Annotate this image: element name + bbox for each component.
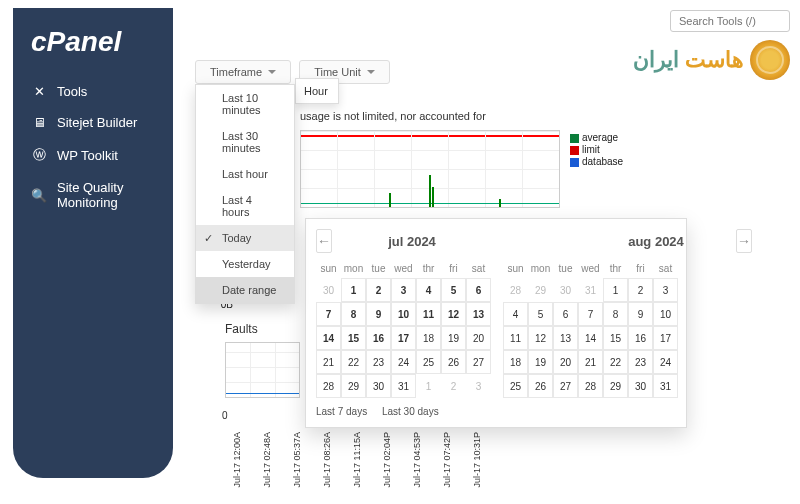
faults-chart — [225, 342, 300, 398]
calendar-day[interactable]: 13 — [466, 302, 491, 326]
nav-site-quality-monitoring[interactable]: 🔍Site Quality Monitoring — [13, 172, 173, 218]
calendar-day[interactable]: 19 — [441, 326, 466, 350]
legend-item: limit — [570, 144, 623, 156]
calendar-day[interactable]: 31 — [391, 374, 416, 398]
search-input[interactable] — [670, 10, 790, 32]
calendar-day[interactable]: 16 — [366, 326, 391, 350]
date-range-picker: ← jul 2024 aug 2024 → sunmontuewedthrfri… — [305, 218, 687, 428]
sidebar: cPanel ✕Tools🖥Sitejet BuilderⓦWP Toolkit… — [13, 8, 173, 478]
calendar-day[interactable]: 11 — [416, 302, 441, 326]
calendar-day[interactable]: 6 — [466, 278, 491, 302]
timeframe-item-last-30-minutes[interactable]: Last 30 minutes — [196, 123, 294, 161]
calendar-day[interactable]: 21 — [578, 350, 603, 374]
calendar-next-button[interactable]: → — [736, 229, 752, 253]
calendar-day[interactable]: 20 — [553, 350, 578, 374]
nav-label: Site Quality Monitoring — [57, 180, 155, 210]
nav-tools[interactable]: ✕Tools — [13, 76, 173, 107]
calendar-day[interactable]: 26 — [441, 350, 466, 374]
timeframe-item-today[interactable]: Today — [196, 225, 294, 251]
timeframe-item-date-range[interactable]: Date range — [196, 277, 294, 303]
calendar-day[interactable]: 25 — [503, 374, 528, 398]
timeunit-menu-item-hour[interactable]: Hour — [295, 78, 339, 104]
globe-icon — [750, 40, 790, 80]
calendar-prev-button[interactable]: ← — [316, 229, 332, 253]
calendar-day[interactable]: 29 — [603, 374, 628, 398]
calendar-day[interactable]: 28 — [578, 374, 603, 398]
calendar-day[interactable]: 12 — [441, 302, 466, 326]
calendar-day[interactable]: 17 — [653, 326, 678, 350]
calendar-day[interactable]: 31 — [653, 374, 678, 398]
calendar-day[interactable]: 9 — [628, 302, 653, 326]
calendar-day[interactable]: 24 — [653, 350, 678, 374]
legend-item: average — [570, 132, 623, 144]
nav-label: WP Toolkit — [57, 148, 118, 163]
calendar-day[interactable]: 20 — [466, 326, 491, 350]
calendar-day[interactable]: 23 — [366, 350, 391, 374]
legend-item: database — [570, 156, 623, 168]
calendar-day[interactable]: 14 — [316, 326, 341, 350]
calendar-day[interactable]: 15 — [341, 326, 366, 350]
brand-text-2: ایران — [633, 47, 679, 72]
calendar-day[interactable]: 15 — [603, 326, 628, 350]
calendar-day[interactable]: 1 — [341, 278, 366, 302]
calendar-day[interactable]: 28 — [316, 374, 341, 398]
calendar-day[interactable]: 10 — [391, 302, 416, 326]
brand-logo: هاست ایران — [633, 40, 790, 80]
calendar-day[interactable]: 23 — [628, 350, 653, 374]
timeframe-item-yesterday[interactable]: Yesterday — [196, 251, 294, 277]
calendar-day[interactable]: 14 — [578, 326, 603, 350]
calendar-day[interactable]: 17 — [391, 326, 416, 350]
calendar-day[interactable]: 3 — [391, 278, 416, 302]
brand-text-1: هاست — [685, 47, 744, 72]
timeframe-item-last-4-hours[interactable]: Last 4 hours — [196, 187, 294, 225]
calendar-day[interactable]: 2 — [628, 278, 653, 302]
quick-last7[interactable]: Last 7 days — [316, 406, 367, 417]
timeframe-item-last-10-minutes[interactable]: Last 10 minutes — [196, 85, 294, 123]
calendar-day[interactable]: 12 — [528, 326, 553, 350]
calendar-day[interactable]: 2 — [366, 278, 391, 302]
nav-icon: ⓦ — [31, 146, 47, 164]
calendar-day[interactable]: 25 — [416, 350, 441, 374]
calendar-day[interactable]: 18 — [503, 350, 528, 374]
faults-zero: 0 — [222, 410, 228, 421]
calendar-month2-title: aug 2024 — [576, 234, 736, 249]
nav-wp-toolkit[interactable]: ⓦWP Toolkit — [13, 138, 173, 172]
calendar-day[interactable]: 3 — [653, 278, 678, 302]
calendar-day[interactable]: 26 — [528, 374, 553, 398]
calendar-day[interactable]: 18 — [416, 326, 441, 350]
timeframe-item-last-hour[interactable]: Last hour — [196, 161, 294, 187]
calendar-day[interactable]: 16 — [628, 326, 653, 350]
calendar-day[interactable]: 30 — [366, 374, 391, 398]
nav-icon: 🔍 — [31, 188, 47, 203]
calendar-day[interactable]: 1 — [603, 278, 628, 302]
calendar-day[interactable]: 10 — [653, 302, 678, 326]
calendar-day[interactable]: 29 — [341, 374, 366, 398]
quick-last30[interactable]: Last 30 days — [382, 406, 439, 417]
calendar-day[interactable]: 8 — [341, 302, 366, 326]
calendar-day[interactable]: 19 — [528, 350, 553, 374]
calendar-day[interactable]: 7 — [578, 302, 603, 326]
calendar-day[interactable]: 4 — [503, 302, 528, 326]
calendar-day[interactable]: 6 — [553, 302, 578, 326]
nav-label: Tools — [57, 84, 87, 99]
calendar-day[interactable]: 24 — [391, 350, 416, 374]
calendar-day[interactable]: 30 — [628, 374, 653, 398]
xaxis-labels: Jul-17 12:00AJul-17 02:48AJul-17 05:37AJ… — [232, 432, 482, 488]
calendar-day[interactable]: 13 — [553, 326, 578, 350]
nav-icon: 🖥 — [31, 115, 47, 130]
calendar-day[interactable]: 22 — [341, 350, 366, 374]
calendar-day[interactable]: 27 — [553, 374, 578, 398]
calendar-day[interactable]: 27 — [466, 350, 491, 374]
calendar-day[interactable]: 9 — [366, 302, 391, 326]
nav-label: Sitejet Builder — [57, 115, 137, 130]
calendar-day[interactable]: 5 — [441, 278, 466, 302]
nav-sitejet-builder[interactable]: 🖥Sitejet Builder — [13, 107, 173, 138]
timeframe-dropdown[interactable]: Timeframe — [195, 60, 291, 84]
calendar-day[interactable]: 5 — [528, 302, 553, 326]
calendar-day[interactable]: 4 — [416, 278, 441, 302]
calendar-day[interactable]: 21 — [316, 350, 341, 374]
calendar-day[interactable]: 7 — [316, 302, 341, 326]
calendar-day[interactable]: 8 — [603, 302, 628, 326]
calendar-day[interactable]: 11 — [503, 326, 528, 350]
calendar-day[interactable]: 22 — [603, 350, 628, 374]
